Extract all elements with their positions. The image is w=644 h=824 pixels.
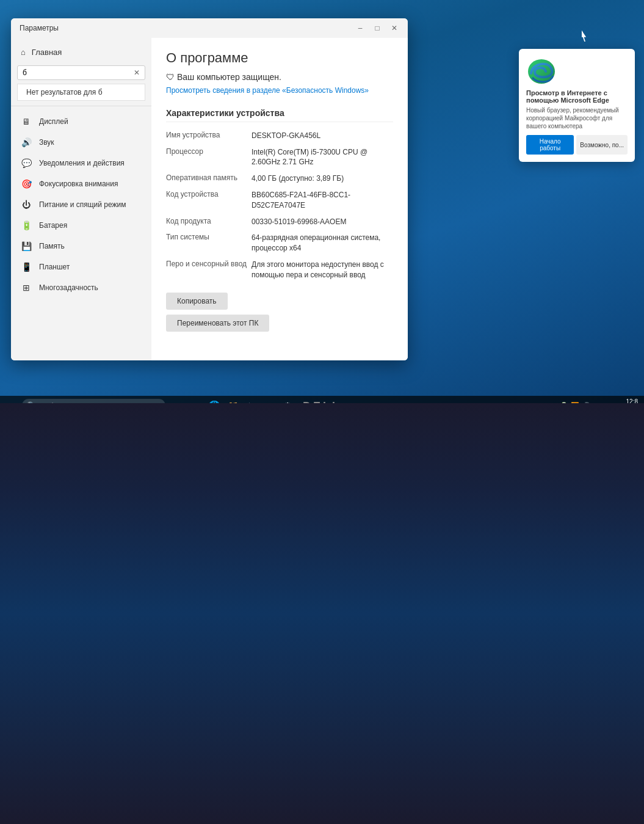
multitask-icon: ⊞ <box>21 283 32 293</box>
settings-search-input[interactable] <box>23 68 134 77</box>
settings-search-box[interactable]: ✕ <box>17 65 145 80</box>
sidebar-divider <box>11 106 151 106</box>
system-type-value: 64-разрядная операционная система, проце… <box>251 233 393 253</box>
system-type-label: Тип системы <box>166 233 251 253</box>
no-results-text: Нет результатов для б <box>17 84 145 101</box>
sidebar-item-battery-label: Батарея <box>39 221 67 230</box>
edge-start-button[interactable]: Начало работы <box>526 135 574 155</box>
product-id-label: Код продукта <box>166 217 251 227</box>
processor-label: Процессор <box>166 147 251 168</box>
search-clear-icon[interactable]: ✕ <box>134 68 140 77</box>
sidebar-item-sound[interactable]: 🔊 Звук <box>11 132 151 153</box>
memory-icon: 💾 <box>21 241 32 251</box>
battery-icon: 🔋 <box>21 221 32 230</box>
ram-label: Оперативная память <box>166 173 251 184</box>
close-button[interactable]: ✕ <box>386 20 403 37</box>
edge-promo-buttons: Начало работы Возможно, по... <box>526 135 628 155</box>
device-section-title: Характеристики устройства <box>166 108 393 122</box>
settings-content: О программе 🛡 Ваш компьютер защищен. Про… <box>151 38 408 360</box>
copy-button[interactable]: Копировать <box>166 293 228 310</box>
pen-input-row: Перо и сенсорный ввод Для этого монитора… <box>166 260 393 280</box>
minimize-button[interactable]: – <box>352 20 369 37</box>
sidebar-item-display[interactable]: 🖥 Дисплей <box>11 111 151 132</box>
protected-text: Ваш компьютер защищен. <box>177 72 281 82</box>
edge-promo-title: Просмотр в Интернете с помощью Microsoft… <box>526 89 628 104</box>
cursor-pointer <box>582 31 589 42</box>
processor-value: Intel(R) Core(TM) i5-7300U CPU @ 2.60GHz… <box>251 147 393 168</box>
sidebar-item-notifications-label: Уведомления и действия <box>39 159 125 167</box>
sidebar-home-label: Главная <box>32 48 62 57</box>
device-name-row: Имя устройства DESKTOP-GKA456L <box>166 131 393 141</box>
sidebar-item-memory[interactable]: 💾 Память <box>11 236 151 257</box>
settings-sidebar: ⌂ Главная ✕ Нет результатов для б 🖥 Дисп… <box>11 38 151 360</box>
sidebar-item-focus-label: Фокусировка внимания <box>39 180 118 188</box>
power-icon: ⏻ <box>21 200 32 210</box>
window-title: Параметры <box>20 24 59 32</box>
pen-input-value: Для этого монитора недоступен ввод с пом… <box>251 260 393 280</box>
sidebar-item-sound-label: Звук <box>39 138 54 147</box>
sidebar-item-memory-label: Память <box>39 242 65 250</box>
device-info-table: Имя устройства DESKTOP-GKA456L Процессор… <box>166 131 393 280</box>
pen-input-label: Перо и сенсорный ввод <box>166 260 251 280</box>
screen-area: Параметры – □ ✕ ⌂ Главная ✕ <box>0 0 644 415</box>
maximize-button[interactable]: □ <box>369 20 386 37</box>
notifications-icon: 💬 <box>21 158 32 168</box>
protected-badge: 🛡 Ваш компьютер защищен. <box>166 72 393 82</box>
home-icon: ⌂ <box>21 48 26 57</box>
ram-row: Оперативная память 4,00 ГБ (доступно: 3,… <box>166 173 393 184</box>
edge-promo-card: Просмотр в Интернете с помощью Microsoft… <box>519 49 635 162</box>
sidebar-item-battery[interactable]: 🔋 Батарея <box>11 215 151 236</box>
device-name-label: Имя устройства <box>166 131 251 141</box>
sidebar-item-focus[interactable]: 🎯 Фокусировка внимания <box>11 173 151 194</box>
sidebar-item-notifications[interactable]: 💬 Уведомления и действия <box>11 153 151 173</box>
device-name-value: DESKTOP-GKA456L <box>251 131 393 141</box>
device-id-row: Код устройства BB60C685-F2A1-46FB-8CC1-D… <box>166 190 393 211</box>
security-link[interactable]: Просмотреть сведения в разделе «Безопасн… <box>166 86 393 96</box>
window-titlebar: Параметры – □ ✕ <box>11 18 408 38</box>
tablet-icon: 📱 <box>21 262 32 272</box>
sound-icon: 🔊 <box>21 137 32 147</box>
sidebar-item-tablet-label: Планшет <box>39 263 70 271</box>
settings-window: Параметры – □ ✕ ⌂ Главная ✕ <box>11 18 408 360</box>
system-type-row: Тип системы 64-разрядная операционная си… <box>166 233 393 253</box>
laptop-body: Esc F1 F2 F3 F4 F5 F6 F7 F8 F9 F10 F11 F… <box>0 403 644 824</box>
action-buttons: Копировать Переименовать этот ПК <box>166 293 393 332</box>
ram-value: 4,00 ГБ (доступно: 3,89 ГБ) <box>251 173 393 184</box>
product-id-row: Код продукта 00330-51019-69968-AAOEM <box>166 217 393 227</box>
sidebar-home-item[interactable]: ⌂ Главная <box>11 43 151 62</box>
sidebar-item-multitask[interactable]: ⊞ Многозадачность <box>11 277 151 298</box>
sidebar-item-power[interactable]: ⏻ Питание и спящий режим <box>11 194 151 215</box>
edge-promo-text: Новый браузер, рекомендуемый корпорацией… <box>526 106 628 130</box>
sidebar-item-multitask-label: Многозадачность <box>39 283 98 292</box>
window-controls: – □ ✕ <box>352 20 403 37</box>
sidebar-item-power-label: Питание и спящий режим <box>39 200 126 209</box>
shield-icon: 🛡 <box>166 72 175 82</box>
settings-body: ⌂ Главная ✕ Нет результатов для б 🖥 Дисп… <box>11 38 408 360</box>
rename-button[interactable]: Переименовать этот ПК <box>166 315 269 332</box>
device-id-value: BB60C685-F2A1-46FB-8CC1-D52C7EA7047E <box>251 190 393 211</box>
about-title: О программе <box>166 50 393 66</box>
edge-logo-icon <box>526 56 557 87</box>
edge-maybe-button[interactable]: Возможно, по... <box>576 135 628 155</box>
processor-row: Процессор Intel(R) Core(TM) i5-7300U CPU… <box>166 147 393 168</box>
sidebar-item-tablet[interactable]: 📱 Планшет <box>11 257 151 277</box>
display-icon: 🖥 <box>21 117 32 126</box>
focus-icon: 🎯 <box>21 179 32 189</box>
product-id-value: 00330-51019-69968-AAOEM <box>251 217 393 227</box>
device-id-label: Код устройства <box>166 190 251 211</box>
desktop: Параметры – □ ✕ ⌂ Главная ✕ <box>0 0 644 415</box>
sidebar-item-display-label: Дисплей <box>39 117 68 126</box>
